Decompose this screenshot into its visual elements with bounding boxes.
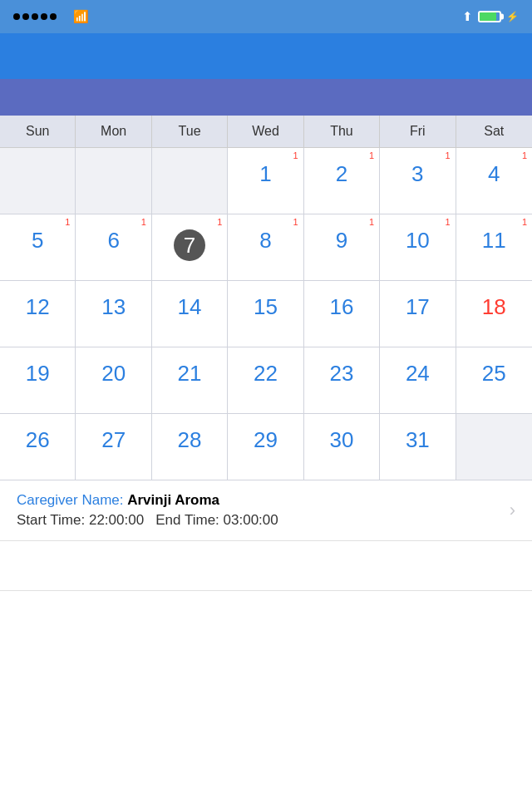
date-number: 21 xyxy=(178,362,202,384)
date-number: 29 xyxy=(254,429,278,451)
super-num: 1 xyxy=(445,151,450,163)
cal-cell-12[interactable]: 12 xyxy=(0,281,76,347)
cal-cell-13[interactable]: 13 xyxy=(76,281,151,347)
cal-cell-15[interactable]: 15 xyxy=(228,281,303,347)
chevron-right-icon: › xyxy=(510,500,515,521)
cal-cell-16[interactable]: 16 xyxy=(304,281,380,347)
date-number: 15 xyxy=(254,296,278,318)
cal-cell-7[interactable]: 17 xyxy=(152,214,228,281)
event-row[interactable]: Caregiver Name: Arvinji AromaStart Time:… xyxy=(0,480,532,541)
start-time: 22:00:00 xyxy=(89,512,144,528)
day-headers: SunMonTueWedThuFriSat xyxy=(0,116,532,148)
date-number: 6 xyxy=(107,229,119,251)
cal-cell-4[interactable]: 14 xyxy=(456,148,532,214)
cal-cell-24[interactable]: 24 xyxy=(380,347,456,414)
battery-icon xyxy=(478,11,501,22)
cal-cell-26[interactable]: 26 xyxy=(0,414,76,480)
day-header-tue: Tue xyxy=(152,116,228,147)
date-number: 16 xyxy=(329,296,353,318)
date-number: 24 xyxy=(406,362,430,384)
end-time: 03:00:00 xyxy=(224,512,278,528)
date-number: 10 xyxy=(406,229,430,251)
month-header xyxy=(0,79,532,116)
cal-cell-11[interactable]: 111 xyxy=(456,214,532,281)
day-header-fri: Fri xyxy=(380,116,456,147)
date-number: 31 xyxy=(406,429,430,451)
date-number: 5 xyxy=(32,229,43,251)
date-number: 20 xyxy=(101,362,126,384)
cal-cell-6[interactable]: 16 xyxy=(76,214,151,281)
cal-cell-17[interactable]: 17 xyxy=(380,281,456,347)
status-left: 📶 xyxy=(13,9,89,24)
date-number: 12 xyxy=(26,296,50,318)
cal-cell-1[interactable]: 11 xyxy=(228,148,303,214)
cal-cell-31[interactable]: 31 xyxy=(380,414,456,480)
date-number: 27 xyxy=(101,429,126,451)
cal-cell-9[interactable]: 19 xyxy=(304,214,380,281)
super-num: 1 xyxy=(369,151,374,163)
date-number: 28 xyxy=(178,429,202,451)
event-info: Caregiver Name: Arvinji AromaStart Time:… xyxy=(17,492,501,529)
day-header-wed: Wed xyxy=(228,116,303,147)
date-number: 8 xyxy=(259,229,271,251)
cal-cell-25[interactable]: 25 xyxy=(456,347,532,414)
cal-cell-20[interactable]: 20 xyxy=(76,347,151,414)
day-header-sat: Sat xyxy=(456,116,532,147)
prev-month-button[interactable] xyxy=(20,94,33,101)
status-bar: 📶 ⬆ ⚡ xyxy=(0,0,532,33)
caregiver-name: Arvinji Aroma xyxy=(127,492,219,508)
date-number: 19 xyxy=(26,362,50,384)
cal-cell-22[interactable]: 22 xyxy=(228,347,303,414)
date-number: 18 xyxy=(482,296,506,318)
event-rows-container: Caregiver Name: Arvinji AromaStart Time:… xyxy=(0,480,532,541)
cal-cell-3[interactable]: 13 xyxy=(380,148,456,214)
cal-cell-28[interactable]: 28 xyxy=(152,414,228,480)
date-number: 26 xyxy=(26,429,50,451)
super-num: 1 xyxy=(293,218,298,229)
end-label: End Time: xyxy=(155,512,223,528)
cal-cell-10[interactable]: 110 xyxy=(380,214,456,281)
date-number: 14 xyxy=(178,296,202,318)
super-num: 1 xyxy=(369,218,374,229)
date-number: 17 xyxy=(406,296,430,318)
next-month-button[interactable] xyxy=(499,94,512,101)
cal-cell-empty xyxy=(0,148,76,214)
cal-cell-21[interactable]: 21 xyxy=(152,347,228,414)
day-header-thu: Thu xyxy=(304,116,380,147)
events-area: Caregiver Name: Arvinji AromaStart Time:… xyxy=(0,480,532,591)
date-number: 13 xyxy=(101,296,126,318)
cal-cell-27[interactable]: 27 xyxy=(76,414,151,480)
calendar-grid: 1112131415161718191101111213141516171819… xyxy=(0,148,532,480)
cal-cell-14[interactable]: 14 xyxy=(152,281,228,347)
time-line: Start Time: 22:00:00 End Time: 03:00:00 xyxy=(17,512,501,529)
date-number: 1 xyxy=(259,163,271,185)
caregiver-line: Caregiver Name: Arvinji Aroma xyxy=(17,492,501,509)
location-icon: ⬆ xyxy=(462,9,473,24)
date-number: 3 xyxy=(411,163,423,185)
cal-cell-empty xyxy=(152,148,228,214)
cal-cell-empty xyxy=(76,148,151,214)
super-num: 1 xyxy=(293,151,298,163)
super-num: 1 xyxy=(522,151,527,163)
start-label: Start Time: xyxy=(17,512,89,528)
bolt-icon: ⚡ xyxy=(506,11,519,22)
nav-bar xyxy=(0,33,532,79)
cal-cell-5[interactable]: 15 xyxy=(0,214,76,281)
caregiver-label: Caregiver Name: xyxy=(17,492,127,508)
cal-cell-19[interactable]: 19 xyxy=(0,347,76,414)
cal-cell-8[interactable]: 18 xyxy=(228,214,303,281)
cal-cell-2[interactable]: 12 xyxy=(304,148,380,214)
signal-dots xyxy=(13,13,57,20)
cal-cell-empty xyxy=(456,414,532,480)
super-num: 1 xyxy=(65,218,70,229)
date-number: 4 xyxy=(488,163,500,185)
date-number: 9 xyxy=(336,229,347,251)
date-number: 22 xyxy=(254,362,278,384)
cal-cell-30[interactable]: 30 xyxy=(304,414,380,480)
cal-cell-23[interactable]: 23 xyxy=(304,347,380,414)
calendar: SunMonTueWedThuFriSat 111213141516171819… xyxy=(0,79,532,480)
day-header-mon: Mon xyxy=(76,116,151,147)
date-number: 2 xyxy=(336,163,347,185)
cal-cell-18[interactable]: 18 xyxy=(456,281,532,347)
cal-cell-29[interactable]: 29 xyxy=(228,414,303,480)
